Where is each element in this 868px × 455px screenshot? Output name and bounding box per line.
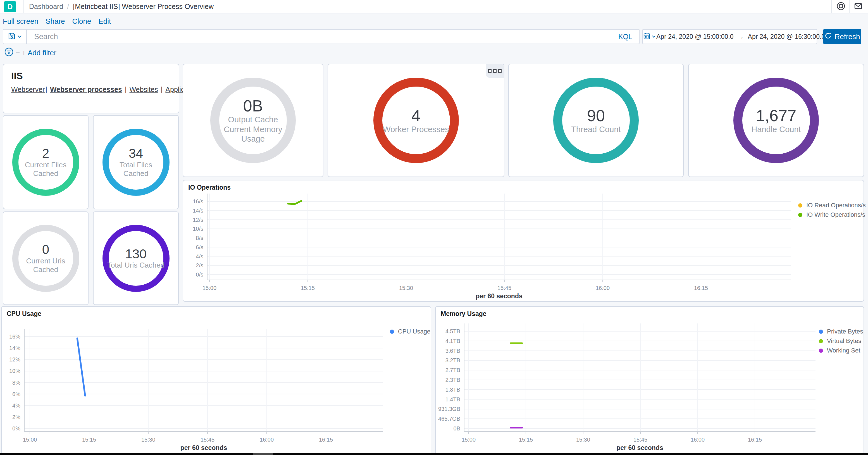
- gauge-ring: 34 Total FilesCached: [102, 129, 169, 196]
- divider: [24, 0, 24, 13]
- chevron-down-icon: [652, 34, 656, 39]
- svg-text:14%: 14%: [9, 345, 21, 351]
- svg-text:15:15: 15:15: [82, 436, 96, 443]
- separator: |: [161, 86, 163, 94]
- svg-text:10/s: 10/s: [193, 226, 203, 232]
- svg-text:15:30: 15:30: [399, 285, 413, 291]
- gauge-total-uris-cached: 130 Total Uris Cached: [93, 211, 179, 305]
- legend-item-working-set[interactable]: Working Set: [819, 346, 863, 355]
- app-logo[interactable]: D: [4, 1, 16, 12]
- separator: |: [45, 86, 47, 94]
- gauge-value: 90: [587, 107, 605, 125]
- memory-usage-legend: Private BytesVirtual BytesWorking Set: [819, 327, 863, 355]
- legend-dot: [819, 339, 823, 343]
- legend-item-private-bytes[interactable]: Private Bytes: [819, 327, 863, 336]
- gauge-value: 2: [42, 146, 50, 161]
- iis-panel-title: IIS: [11, 70, 23, 81]
- gauge-label: Output CacheCurrent MemoryUsage: [224, 115, 282, 144]
- bottom-bar: [0, 453, 868, 455]
- gauge-label: Thread Count: [571, 125, 621, 134]
- edit-link[interactable]: Edit: [98, 17, 111, 26]
- panel-menu-button[interactable]: [486, 64, 504, 78]
- memory-usage-svg: 0B465.7GB931.3GB1.4TB1.8TB2.3TB2.7TB3.2T…: [436, 307, 865, 455]
- arrow-right-icon: →: [738, 33, 744, 40]
- chart-title: IO Operations: [188, 184, 231, 191]
- gauge-value: 130: [125, 247, 147, 261]
- gauge-current-files-cached: 2 Current FilesCached: [3, 115, 89, 209]
- svg-text:12/s: 12/s: [193, 217, 203, 223]
- divider: [849, 0, 849, 13]
- gauge-ring: 90 Thread Count: [553, 78, 639, 163]
- date-range: Apr 24, 2020 @ 15:00:00.0 → Apr 24, 2020…: [656, 30, 825, 43]
- help-button[interactable]: [836, 2, 846, 11]
- refresh-icon: [825, 32, 832, 41]
- feedback-button[interactable]: [854, 2, 863, 11]
- gauge-value: 0B: [243, 97, 263, 115]
- svg-text:per 60 seconds: per 60 seconds: [180, 444, 227, 451]
- legend-dot: [819, 330, 823, 334]
- iis-link-websites[interactable]: Websites: [129, 86, 158, 94]
- io-operations-chart[interactable]: 0/s2/s4/s6/s8/s10/s12/s14/s16/s15:0015:1…: [183, 180, 864, 301]
- date-quick-select-button[interactable]: [643, 30, 656, 43]
- svg-text:15:00: 15:00: [462, 436, 475, 443]
- mail-icon: [854, 1, 863, 12]
- gauge-total-files-cached: 34 Total FilesCached: [93, 115, 179, 209]
- clone-link[interactable]: Clone: [72, 17, 91, 26]
- svg-text:15:00: 15:00: [203, 285, 216, 291]
- svg-text:4.5TB: 4.5TB: [445, 328, 460, 334]
- life-ring-icon: [836, 1, 846, 12]
- filter-circle-icon[interactable]: [4, 47, 14, 58]
- bottom-bar-scrollbar-thumb[interactable]: [253, 453, 273, 455]
- svg-text:14/s: 14/s: [193, 208, 203, 214]
- save-query-icon: [8, 32, 16, 41]
- divider: [16, 53, 20, 53]
- svg-text:16:15: 16:15: [748, 436, 762, 443]
- gauge-label: Current FilesCached: [25, 161, 66, 178]
- gauge-ring: 0B Output CacheCurrent MemoryUsage: [210, 78, 296, 163]
- io-operations-legend: IO Read Operations/sIO Write Operations/…: [798, 201, 866, 219]
- iis-link-webserver[interactable]: Webserver: [11, 86, 45, 94]
- full-screen-link[interactable]: Full screen: [3, 17, 38, 26]
- svg-text:16:15: 16:15: [319, 436, 333, 443]
- legend-item-virtual-bytes[interactable]: Virtual Bytes: [819, 336, 863, 346]
- kql-toggle-button[interactable]: KQL: [618, 33, 632, 41]
- legend-dot: [798, 203, 802, 208]
- svg-text:15:30: 15:30: [576, 436, 590, 443]
- date-picker: Apr 24, 2020 @ 15:00:00.0 → Apr 24, 2020…: [642, 29, 817, 44]
- cpu-usage-chart[interactable]: 0%2%4%6%8%10%12%14%16%15:0015:1515:3015:…: [2, 307, 431, 455]
- divider: [831, 0, 832, 13]
- svg-text:3.6TB: 3.6TB: [445, 348, 460, 354]
- svg-text:per 60 seconds: per 60 seconds: [616, 444, 663, 451]
- gauge-value: 0: [42, 242, 50, 257]
- iis-markdown-panel: IIS Webserver|Webserver processes|Websit…: [3, 64, 179, 113]
- refresh-button[interactable]: Refresh: [823, 29, 861, 44]
- iis-link-webserver-processes[interactable]: Webserver processes: [50, 86, 122, 94]
- add-filter-link[interactable]: + Add filter: [22, 49, 56, 57]
- breadcrumb-dashboard-link[interactable]: Dashboard: [29, 2, 63, 10]
- svg-text:4/s: 4/s: [196, 253, 203, 260]
- saved-query-menu-button[interactable]: [3, 30, 27, 43]
- search-input[interactable]: [27, 30, 618, 43]
- dashboard-menu-bar: Full screen Share Clone Edit: [0, 13, 868, 29]
- gauge-ring: 2 Current FilesCached: [12, 129, 79, 196]
- share-link[interactable]: Share: [45, 17, 65, 26]
- date-from[interactable]: Apr 24, 2020 @ 15:00:00.0: [656, 33, 734, 40]
- svg-text:16:15: 16:15: [694, 285, 708, 291]
- cpu-usage-svg: 0%2%4%6%8%10%12%14%16%15:0015:1515:3015:…: [2, 307, 432, 455]
- svg-text:0/s: 0/s: [196, 272, 203, 278]
- legend-item-cpu-usage[interactable]: CPU Usage: [390, 327, 430, 336]
- legend-dot: [390, 330, 394, 334]
- svg-text:2/s: 2/s: [196, 262, 203, 268]
- svg-text:3.2TB: 3.2TB: [445, 357, 460, 363]
- legend-label: IO Write Operations/s: [806, 211, 865, 218]
- svg-text:16:00: 16:00: [260, 436, 274, 443]
- date-to[interactable]: Apr 24, 2020 @ 16:30:00.0: [748, 33, 825, 40]
- gauge-value: 4: [411, 107, 420, 125]
- legend-item-io-read-operations-s[interactable]: IO Read Operations/s: [798, 201, 866, 210]
- svg-text:15:45: 15:45: [200, 436, 215, 443]
- memory-usage-chart[interactable]: 0B465.7GB931.3GB1.4TB1.8TB2.3TB2.7TB3.2T…: [436, 307, 864, 455]
- legend-item-io-write-operations-s[interactable]: IO Write Operations/s: [798, 210, 866, 219]
- chart-title: Memory Usage: [441, 310, 487, 317]
- legend-label: CPU Usage: [398, 328, 430, 335]
- legend-dot: [819, 348, 823, 353]
